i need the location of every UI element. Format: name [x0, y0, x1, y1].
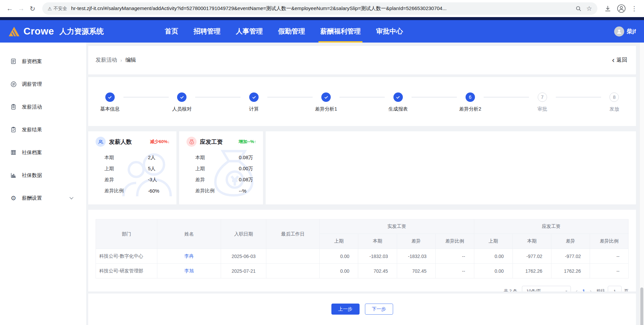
step-2-circle	[177, 92, 186, 102]
card-stat-row: 上期 0.00万	[186, 163, 256, 174]
document-icon	[10, 58, 17, 64]
forward-icon[interactable]: →	[15, 5, 27, 12]
sidebar-item-5[interactable]: 社保数据	[0, 164, 86, 187]
prev-step-button[interactable]: 上一步	[331, 304, 360, 315]
stepper-panel: 基本信息 人员核对 计算 差异分析1 生成报表 6 差异分析2 7 审批 8 发…	[88, 77, 636, 126]
step-5-circle	[393, 92, 403, 102]
nav-item-0[interactable]: 首页	[165, 20, 178, 43]
clipboard-icon	[10, 104, 17, 110]
goto-page-input[interactable]: 1	[608, 286, 622, 291]
value-cell: 0.00	[474, 264, 513, 278]
bar-chart-icon	[10, 172, 17, 178]
chevron-down-icon	[69, 195, 73, 199]
page-size-select[interactable]: 10条/页▾	[522, 286, 571, 291]
employee-name-link[interactable]: 李冉	[157, 249, 221, 264]
value-cell: --	[590, 264, 628, 278]
table-row: 科技公司-研发管理部 李旭 2025-07-21 0.00702.45702.4…	[96, 264, 629, 278]
sub-header: 上期	[474, 234, 513, 249]
archive-icon	[10, 149, 17, 155]
breadcrumb: 发薪活动 › 编辑	[96, 57, 136, 64]
next-step-button[interactable]: 下一步	[365, 304, 393, 315]
nav-item-2[interactable]: 人事管理	[236, 20, 263, 43]
nav-item-4[interactable]: 薪酬福利管理	[320, 20, 361, 43]
user-menu[interactable]: 柴jf	[614, 26, 636, 37]
card-stat-row: 差异比例 -60%	[96, 185, 170, 196]
value-cell: --	[435, 264, 474, 278]
sidebar-item-3[interactable]: 发薪结果	[0, 118, 86, 141]
clipboard-check-icon	[10, 127, 17, 133]
bookmark-star-icon[interactable]: ☆	[586, 5, 592, 12]
step-1-circle	[105, 92, 115, 102]
step-3[interactable]: 计算	[236, 92, 272, 112]
security-label: 不安全	[54, 6, 67, 12]
sub-header: 上期	[320, 234, 358, 249]
sub-header: 差异比例	[590, 234, 628, 249]
next-page-button[interactable]: ›	[590, 286, 592, 291]
col-header: 姓名	[157, 219, 221, 249]
card-stat-row: 差异比例 --%	[186, 185, 256, 196]
step-1[interactable]: 基本信息	[92, 92, 127, 112]
sidebar-item-6[interactable]: ⚙ 薪酬设置	[0, 187, 86, 209]
download-icon[interactable]	[604, 5, 611, 12]
back-link[interactable]: ‹ 返回	[612, 57, 627, 64]
step-8-circle: 8	[609, 92, 619, 102]
moneybag-icon	[186, 137, 197, 147]
step-7[interactable]: 7 审批	[525, 92, 560, 112]
nav-item-3[interactable]: 假勤管理	[278, 20, 305, 43]
summary-card-1: 发薪人数 减少60%↓ 本期 2人 上期 5人 差异 -3人 差异比例 -60%	[88, 131, 176, 204]
card-title: 应发工资	[200, 138, 235, 146]
value-cell: -977.02	[513, 249, 551, 264]
back-icon[interactable]: ←	[4, 5, 15, 12]
breadcrumb-parent[interactable]: 发薪活动	[96, 57, 117, 64]
step-5[interactable]: 生成报表	[380, 92, 416, 112]
reload-icon[interactable]: ↻	[27, 5, 38, 13]
summary-card-2: 应发工资 增加--%↑ 本期 0.08万 上期 0.00万 差异 0.08万 差…	[179, 131, 263, 204]
scrollbar-thumb[interactable]	[640, 287, 643, 325]
top-nav: Crowe 人力资源系统 首页 招聘管理 人事管理 假勤管理 薪酬福利管理 审批…	[0, 20, 644, 43]
nav-item-1[interactable]: 招聘管理	[194, 20, 220, 43]
value-cell: -1832.03	[358, 249, 397, 264]
sidebar: 薪资档案 调薪管理 发薪活动 发薪结果 社保档案 社保数据 ⚙ 薪酬设置	[0, 43, 86, 325]
step-2[interactable]: 人员核对	[164, 92, 200, 112]
pagination: 共 2 条 10条/页▾ ‹ 1 › 前往 1 页	[96, 286, 629, 291]
sidebar-item-2[interactable]: 发薪活动	[0, 95, 86, 118]
crowe-logo-icon	[8, 26, 20, 37]
prev-page-button[interactable]: ‹	[576, 286, 578, 291]
browser-menu-icon[interactable]: ⋮	[629, 5, 640, 12]
step-4[interactable]: 差异分析1	[309, 92, 344, 112]
step-8[interactable]: 8 发放	[597, 92, 632, 112]
url-bar[interactable]: ⚠ 不安全 hr-test.zjf-it.cn/#/salaryManageme…	[42, 2, 597, 15]
user-name: 柴jf	[627, 27, 636, 35]
sidebar-item-1[interactable]: 调薪管理	[0, 73, 86, 95]
sub-header: 差异	[397, 234, 435, 249]
sidebar-item-4[interactable]: 社保档案	[0, 141, 86, 164]
card-stat-row: 差异 -3人	[96, 174, 170, 185]
step-4-circle	[321, 92, 331, 102]
hire-date-cell: 2025-07-21	[221, 264, 266, 278]
dept-cell: 科技公司-研发管理部	[96, 264, 157, 278]
value-cell: 0.00	[474, 249, 513, 264]
nav-item-5[interactable]: 审批中心	[376, 20, 403, 43]
value-cell: --	[590, 249, 628, 264]
sidebar-item-0[interactable]: 薪资档案	[0, 50, 86, 73]
sub-header: 本期	[358, 234, 397, 249]
brand: Crowe 人力资源系统	[8, 26, 104, 37]
nav-menu: 首页 招聘管理 人事管理 假勤管理 薪酬福利管理 审批中心	[165, 20, 403, 43]
value-cell: 0.00	[320, 249, 358, 264]
chevron-left-icon: ‹	[612, 57, 614, 64]
step-6[interactable]: 6 差异分析2	[452, 92, 488, 112]
card-stat-row: 上期 5人	[96, 163, 170, 174]
scrollbar[interactable]	[639, 43, 644, 325]
exchange-icon	[10, 81, 17, 87]
sub-header: 本期	[513, 234, 551, 249]
user-avatar-icon	[614, 26, 624, 37]
browser-profile-icon[interactable]	[617, 4, 626, 13]
zoom-indicator-icon[interactable]	[576, 6, 582, 12]
employee-name-link[interactable]: 李旭	[157, 264, 221, 278]
value-cell: -977.02	[551, 249, 590, 264]
sub-header: 差异	[551, 234, 590, 249]
cards-filler-panel	[266, 131, 636, 204]
value-cell: 702.45	[358, 264, 397, 278]
current-page[interactable]: 1	[582, 286, 585, 291]
security-chip[interactable]: ⚠ 不安全	[48, 6, 67, 12]
